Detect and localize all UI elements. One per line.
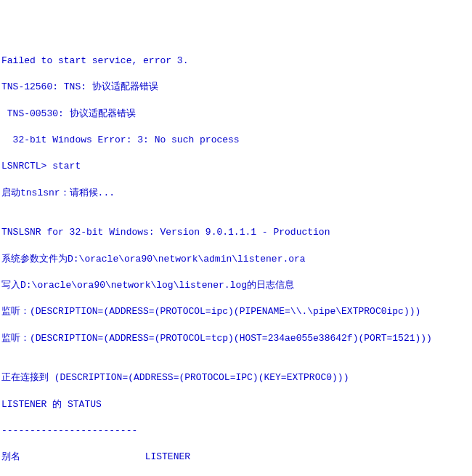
- terminal-line: LISTENER 的 STATUS: [1, 398, 471, 411]
- terminal-line: ------------------------: [1, 424, 471, 437]
- terminal-line: 别名 LISTENER: [1, 451, 471, 464]
- terminal-line: 启动tnslsnr：请稍候...: [1, 187, 471, 200]
- terminal-line: 写入D:\oracle\ora90\network\log\listener.l…: [1, 279, 471, 292]
- terminal-line: Failed to start service, error 3.: [1, 55, 471, 68]
- terminal-line: TNS-00530: 协议适配器错误: [1, 108, 471, 121]
- terminal-line: 32-bit Windows Error: 3: No such process: [1, 134, 471, 147]
- terminal-line: 系统参数文件为D:\oracle\ora90\network\admin\lis…: [1, 253, 471, 266]
- terminal-line: 正在连接到 (DESCRIPTION=(ADDRESS=(PROTOCOL=IP…: [1, 371, 471, 384]
- terminal-line: TNSLSNR for 32-bit Windows: Version 9.0.…: [1, 226, 471, 239]
- terminal-line: TNS-12560: TNS: 协议适配器错误: [1, 81, 471, 94]
- terminal-line: 监听：(DESCRIPTION=(ADDRESS=(PROTOCOL=ipc)(…: [1, 305, 471, 318]
- prompt-line-start: LSNRCTL> start: [1, 160, 471, 173]
- terminal-line: 监听：(DESCRIPTION=(ADDRESS=(PROTOCOL=tcp)(…: [1, 332, 471, 345]
